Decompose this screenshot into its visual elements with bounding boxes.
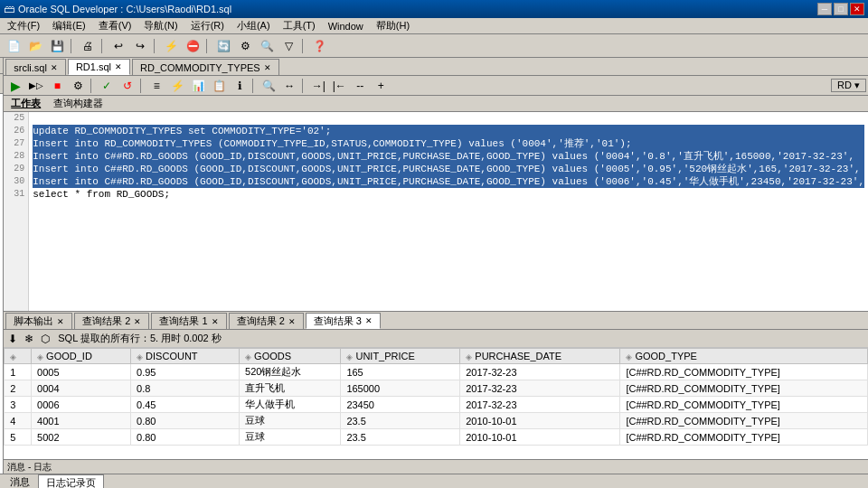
tree-item-employees[interactable]: ▶ ▦ RD_EMPLOYEES xyxy=(0,187,3,200)
tree-item-packages[interactable]: ▶ 📁 程序包 xyxy=(0,385,3,400)
close-button[interactable]: ✕ xyxy=(850,3,864,15)
connect-button[interactable]: ⚡ xyxy=(161,37,181,55)
tree-item-calcprice[interactable]: ▶ ƒ CALCULATED_PRICE xyxy=(0,431,3,444)
tree-item-col-goodtype[interactable]: ▬ GOOD_TYPE xyxy=(0,276,3,288)
filter-button[interactable]: ▽ xyxy=(278,37,298,55)
tree-item-col-goods[interactable]: ▬ GOODS xyxy=(0,238,3,250)
schema-badge[interactable]: RD ▾ xyxy=(831,79,866,92)
code-content[interactable]: update RD_COMMODITY_TYPES set COMMODITY_… xyxy=(29,112,868,311)
new-button[interactable]: 📄 xyxy=(4,37,24,55)
detach-button[interactable]: ⬡ xyxy=(38,333,52,345)
menu-help[interactable]: 帮助(H) xyxy=(371,18,415,33)
replace-sql-button[interactable]: ↔ xyxy=(279,77,299,95)
menu-nav[interactable]: 导航(N) xyxy=(138,18,183,33)
tree-item-login[interactable]: ▶ ƒ LOGIN xyxy=(0,456,3,469)
tree-item-col-ct[interactable]: ▬ COMMODITY_TYPE xyxy=(0,174,3,187)
tree-item-col-ctid[interactable]: ▬ COMMODITY_TYPE_ID xyxy=(0,149,3,162)
refresh-button[interactable]: 🔄 xyxy=(213,37,233,55)
format-button[interactable]: ≡ xyxy=(146,77,166,95)
tree-item-goods[interactable]: ▼ ▦ RD_GOODS xyxy=(0,200,3,212)
tree-item-col-goodid[interactable]: ▬ GOOD_ID xyxy=(0,212,3,225)
tab-close-rd1[interactable]: ✕ xyxy=(115,62,122,71)
results-tab-q2a[interactable]: 查询结果 2 ✕ xyxy=(74,313,149,329)
export-button[interactable]: ⬇ xyxy=(5,333,20,345)
tree-item-functions[interactable]: ▼ 📁 函数 xyxy=(0,416,3,431)
freeze-button[interactable]: ❄ xyxy=(22,333,36,345)
tree-item-members[interactable]: ▶ ▦ RD_MEMBERS xyxy=(0,288,3,301)
tree-item-col-purchasedate[interactable]: ▬ PURCHASE_DATE xyxy=(0,263,3,276)
tab-rd1[interactable]: RD1.sql ✕ xyxy=(68,59,130,75)
tab-close-commodity[interactable]: ✕ xyxy=(264,63,271,72)
col-header-goods[interactable]: ◈ GOODS xyxy=(240,349,341,364)
tree-item-orders[interactable]: ▶ ▦ RD_ORDERS xyxy=(0,314,3,326)
sql-info-button[interactable]: ℹ xyxy=(230,77,250,95)
undo-button[interactable]: ↩ xyxy=(108,37,128,55)
results-tab-q3-close[interactable]: ✕ xyxy=(365,316,373,325)
menu-run[interactable]: 运行(R) xyxy=(185,18,230,33)
maximize-button[interactable]: □ xyxy=(834,3,848,15)
comment-button[interactable]: -- xyxy=(350,77,370,95)
sql-tab-querybuilder[interactable]: 查询构建器 xyxy=(50,96,107,111)
tab-srcli[interactable]: srcli.sql ✕ xyxy=(5,59,66,75)
tree-item-ercl[interactable]: ▶ 🔌 ercl xyxy=(0,96,3,108)
indent-button[interactable]: →| xyxy=(308,77,328,95)
tree-item-rd[interactable]: ▼ 🔌 RD xyxy=(0,108,3,121)
search-sql-button[interactable]: 🔍 xyxy=(259,77,278,95)
menu-window[interactable]: Window xyxy=(323,20,369,33)
minimize-button[interactable]: ─ xyxy=(817,3,832,15)
menu-file[interactable]: 文件(F) xyxy=(2,18,45,33)
tab-commodity[interactable]: RD_COMMODITY_TYPES ✕ xyxy=(132,59,279,75)
redo-button[interactable]: ↪ xyxy=(130,37,150,55)
results-tab-q3[interactable]: 查询结果 3 ✕ xyxy=(306,313,381,329)
stop-button[interactable]: ■ xyxy=(47,77,67,95)
code-editor[interactable]: 25 26 27 28 29 30 31 update RD_COMMODITY… xyxy=(4,112,868,311)
tree-item-col-discount[interactable]: ▬ DISCOUNT xyxy=(0,225,3,238)
explain-button[interactable]: ⚡ xyxy=(167,77,187,95)
help-toolbar-button[interactable]: ❓ xyxy=(309,37,329,55)
run-button[interactable]: ▶ xyxy=(5,77,25,95)
menu-edit[interactable]: 编辑(E) xyxy=(47,18,91,33)
properties-button[interactable]: ⚙ xyxy=(235,37,255,55)
rollback-button[interactable]: ↺ xyxy=(118,77,137,95)
results-tab-q1[interactable]: 查询结果 1 ✕ xyxy=(151,313,226,329)
results-tab-q2b-close[interactable]: ✕ xyxy=(288,317,296,326)
compile-button[interactable]: ⚙ xyxy=(68,77,88,95)
tab-close-srcli[interactable]: ✕ xyxy=(51,63,58,72)
tree-item-orderdetails[interactable]: ▶ ▦ RD_ORDER_DETAILSS xyxy=(0,301,3,314)
tree-item-col-unitprice[interactable]: ▬ UNIT_PRICE xyxy=(0,250,3,263)
bottom-tab-log[interactable]: 日志记录页 xyxy=(38,474,104,489)
col-header-discount[interactable]: ◈ DISCOUNT xyxy=(131,349,240,364)
col-header-goodid[interactable]: ◈ GOOD_ID xyxy=(32,349,131,364)
history-button[interactable]: 📋 xyxy=(209,77,229,95)
uncomment-button[interactable]: + xyxy=(371,77,391,95)
open-button[interactable]: 📂 xyxy=(25,37,45,55)
tree-item-tables[interactable]: ▼ 📁 表 (已过滤) xyxy=(0,121,3,136)
tree-item-commodity-types[interactable]: ▼ ▦ RD_COMMODITY_TYPES xyxy=(0,136,3,149)
menu-view[interactable]: 查看(V) xyxy=(93,18,137,33)
results-tab-q2a-close[interactable]: ✕ xyxy=(134,317,141,326)
save-button[interactable]: 💾 xyxy=(47,37,67,55)
print-button[interactable]: 🖨 xyxy=(78,37,98,55)
search-button[interactable]: 🔍 xyxy=(257,37,277,55)
results-tab-script[interactable]: 脚本输出 ✕ xyxy=(5,313,72,329)
autotrace-button[interactable]: 📊 xyxy=(188,77,208,95)
tree-item-procedures[interactable]: ▶ 📁 过程 xyxy=(0,400,3,416)
col-header-unitprice[interactable]: ◈ UNIT_PRICE xyxy=(341,349,460,364)
results-tab-script-close[interactable]: ✕ xyxy=(57,317,64,326)
commit-button[interactable]: ✓ xyxy=(97,77,117,95)
menu-tools[interactable]: 工具(T) xyxy=(278,18,321,33)
sql-tab-workbench[interactable]: 工作表 xyxy=(7,96,44,111)
col-header-goodtype[interactable]: ◈ GOOD_TYPE xyxy=(620,349,868,364)
tree-item-indexes[interactable]: ▶ 📁 索引 xyxy=(0,370,3,385)
menu-team[interactable]: 小组(A) xyxy=(231,18,276,33)
tree-item-editviews[interactable]: ▶ 📁 版本化视图 xyxy=(0,354,3,370)
bottom-tab-messages[interactable]: 消息 xyxy=(2,474,38,488)
run-script-button[interactable]: ▶▷ xyxy=(26,77,46,95)
tree-item-curdatetime[interactable]: ▶ ƒ CUR_DATETIME xyxy=(0,444,3,456)
tree-item-views[interactable]: ▶ 📁 视图 xyxy=(0,339,3,354)
tree-item-paymenttypes[interactable]: ▶ ▦ RD_PAYMENT_TYPES xyxy=(0,326,3,339)
tree-item-col-status[interactable]: ▬ STATUS xyxy=(0,162,3,174)
outdent-button[interactable]: |← xyxy=(329,77,349,95)
results-tab-q1-close[interactable]: ✕ xyxy=(212,317,219,326)
results-tab-q2b[interactable]: 查询结果 2 ✕ xyxy=(229,313,304,329)
